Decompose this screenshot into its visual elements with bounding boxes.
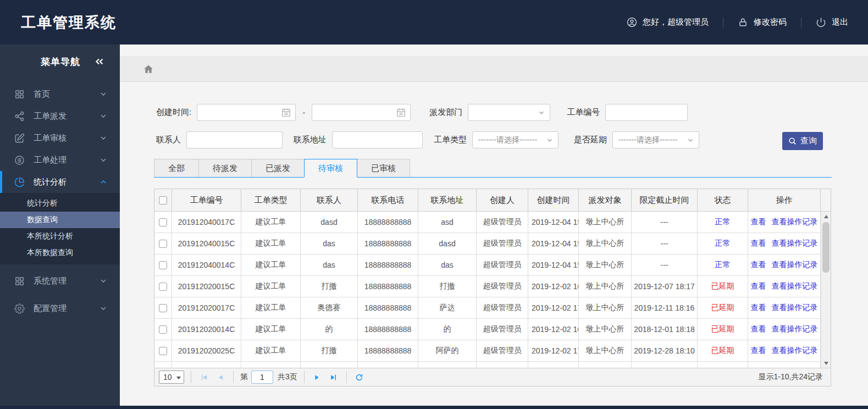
separator [723,18,723,27]
delayed-value: -------请选择------- [618,135,677,145]
creator-cell: 超级管理员 [477,319,528,340]
prev-page-button[interactable] [214,371,226,383]
view-log-link[interactable]: 查看操作记录 [772,217,818,227]
date-to-field[interactable] [312,104,411,121]
page-size-value: 10 [163,373,172,382]
sidebar-item-1[interactable]: 工单派发 [0,105,120,127]
sidebar-item-4[interactable]: 统计分析 [0,171,120,193]
sidebar-subitem-4-0[interactable]: 统计分析 [0,195,120,212]
edit-icon [14,133,25,143]
sidebar-item-2[interactable]: 工单审核 [0,127,120,149]
phone-cell: 18888888888 [358,276,418,297]
next-page-button[interactable] [311,371,323,383]
order-id-cell: 201912040017C [172,212,241,233]
vertical-scrollbar[interactable] [821,212,831,368]
row-checkbox[interactable] [159,283,167,291]
view-link[interactable]: 查看 [751,346,766,356]
sidebar-item-6[interactable]: 配置管理 [0,297,120,319]
deadline-cell: --- [632,255,698,276]
order-no-input[interactable] [606,104,687,120]
search-button-label: 查询 [800,136,817,146]
table-body: 201912040017C建议工单dasd18888888888asd超级管理员… [154,212,831,368]
sidebar-header: 菜单导航 [0,45,120,79]
table-row-3: 201912020015C建议工单打撤18888888888打撤超级管理员201… [154,276,831,297]
actions-cell: 查看查看操作记录 [748,233,821,255]
phone-cell: 18888888888 [358,340,418,362]
view-log-link[interactable]: 查看操作记录 [772,324,818,334]
address-input[interactable] [333,132,422,148]
view-link[interactable]: 查看 [751,260,766,270]
collapse-sidebar-icon[interactable] [93,56,106,68]
scrollbar-thumb[interactable] [822,222,830,273]
phone-cell [358,362,418,368]
phone-cell: 18888888888 [358,255,418,276]
contact-cell: 打撤 [301,276,358,297]
search-button[interactable]: 查询 [782,132,823,150]
sidebar-subitem-4-3[interactable]: 本所数据查询 [0,245,120,261]
order-type-cell [241,362,301,368]
view-link[interactable]: 查看 [751,303,766,313]
refresh-icon[interactable] [353,371,366,383]
sidebar-subitem-4-2[interactable]: 本所统计分析 [0,228,120,245]
view-log-link[interactable]: 查看操作记录 [772,260,818,270]
tab-3[interactable]: 待审核 [304,159,357,178]
filter-row-1: 创建时间: - 派发部门 工单编号 [156,104,868,121]
last-page-button[interactable] [328,371,340,383]
creator-cell: 超级管理员 [477,276,528,297]
column-header-10: 操作 [748,189,821,212]
calendar-icon[interactable] [396,107,406,118]
sidebar-item-3[interactable]: 工单处理 [0,149,120,171]
tab-1[interactable]: 待派发 [198,159,252,177]
separator [233,371,234,383]
view-log-link[interactable]: 查看操作记录 [772,239,818,248]
address-cell: dasd [418,233,477,255]
sidebar: 菜单导航 首页工单派发工单审核工单处理统计分析统计分析数据查询本所统计分析本所数… [0,45,120,406]
view-log-link[interactable]: 查看操作记录 [772,303,818,313]
modules-icon [14,276,25,286]
logout-button[interactable]: 退出 [816,17,848,27]
scroll-down-icon[interactable] [821,358,831,368]
row-checkbox[interactable] [159,240,167,248]
address-field[interactable] [332,131,423,148]
tab-2[interactable]: 已派发 [251,159,305,177]
view-log-link[interactable]: 查看操作记录 [772,346,818,356]
row-checkbox[interactable] [159,304,167,312]
home-icon[interactable] [143,64,154,75]
row-checkbox[interactable] [159,218,167,226]
calendar-icon[interactable] [281,107,291,118]
view-link[interactable]: 查看 [751,324,766,334]
order-no-field[interactable] [605,104,688,121]
date-from-field[interactable] [197,104,296,121]
row-checkbox[interactable] [159,325,167,334]
view-link[interactable]: 查看 [751,281,766,291]
row-checkbox[interactable] [159,347,167,355]
dispatch-dept-select[interactable] [468,104,550,121]
select-all-checkbox[interactable] [159,196,167,204]
view-link[interactable]: 查看 [751,239,766,248]
dispatch-target-cell [579,362,632,368]
page-size-select[interactable]: 10 [159,371,184,384]
contact-field[interactable] [186,131,283,148]
order-type-cell: 建议工单 [241,212,301,233]
column-header-2: 联系人 [301,189,358,212]
view-log-link[interactable]: 查看操作记录 [772,281,818,291]
created-time-cell: 2019-12-04 15 [528,233,579,255]
change-password-button[interactable]: 修改密码 [738,17,787,27]
delayed-select[interactable]: -------请选择------- [612,131,699,148]
scroll-up-icon[interactable] [821,212,831,221]
page-number-input[interactable] [251,371,273,384]
row-checkbox[interactable] [159,261,167,269]
sidebar-subitem-4-1[interactable]: 数据查询 [0,212,120,228]
tab-4[interactable]: 已审核 [357,159,410,177]
status-tabs: 全部待派发已派发待审核已审核 [154,159,832,178]
sidebar-item-5[interactable]: 系统管理 [0,270,120,292]
first-page-button[interactable] [198,371,210,383]
actions-cell [748,362,821,368]
contact-input[interactable] [187,132,282,148]
tab-0[interactable]: 全部 [154,159,199,177]
chevron-down-icon [99,156,108,164]
sidebar-item-0[interactable]: 首页 [0,83,120,105]
view-link[interactable]: 查看 [751,217,766,227]
order-type-select[interactable]: -------请选择------- [472,131,559,148]
row-checkbox-cell [154,362,172,368]
